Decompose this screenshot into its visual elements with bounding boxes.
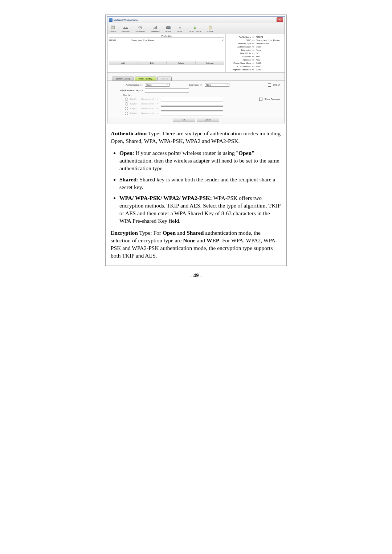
page-number: - 49 - [0, 272, 392, 279]
toolbar-about[interactable]: About [206, 24, 215, 33]
toolbar-advanced[interactable]: Advanced [134, 24, 147, 33]
svg-rect-8 [155, 27, 155, 29]
radio-icon [192, 25, 198, 30]
profile-status-icon: ✔ [219, 39, 224, 41]
svg-rect-2 [123, 28, 128, 29]
svg-rect-3 [124, 27, 124, 28]
toolbar-wps[interactable]: WPS [176, 24, 184, 33]
wep-key1-type[interactable]: Hexadecimal▼ [141, 98, 159, 100]
window-titlebar: Intelligent Wireless Utility ✕ [107, 16, 285, 23]
list-item: Open: If your access point/ wireless rou… [119, 149, 281, 172]
svg-rect-11 [167, 27, 170, 28]
wep-key-row: Key#1 Hexadecimal▼ Show Password [125, 97, 280, 101]
chevron-down-icon: ▼ [166, 84, 168, 86]
wep-key3-radio[interactable] [125, 107, 128, 110]
psk-label: WPA Preshared Key >> [112, 89, 143, 91]
toolbar-network[interactable]: Network [120, 24, 131, 33]
delete-button[interactable]: Delete [167, 61, 196, 65]
auth-type-list: Open: If your access point/ wireless rou… [111, 149, 281, 225]
wep-key2-input[interactable] [161, 102, 223, 106]
window-title: Intelligent Wireless Utility [114, 19, 138, 21]
wep-key-row: Key#3 Hexadecimal▼ [125, 106, 280, 111]
wep-key-row: Key#4 Hexadecimal▼ [125, 111, 280, 115]
toolbar-profile[interactable]: Profile [108, 24, 117, 33]
profile-details: Profile Name >>PROF1 SSID >>Cherry_test_… [226, 34, 285, 72]
auth-dropdown[interactable]: Open ▼ [145, 83, 170, 87]
8021x-checkbox[interactable] [268, 83, 271, 87]
tab-system-config[interactable]: System Config [112, 77, 134, 81]
ok-button[interactable]: OK [173, 118, 195, 122]
list-item: Shared: Shared key is when both the send… [119, 176, 281, 191]
8021x-check-label: 802.1X [273, 84, 280, 86]
profile-row[interactable]: PROF1 Cherry_test_11n_Router ✔ [109, 38, 224, 42]
wep-key4-radio[interactable] [125, 112, 128, 115]
tab-8021x[interactable]: 802.1x [157, 77, 172, 81]
svg-rect-14 [209, 26, 211, 29]
document-body: Authentication Type: There are six type … [111, 130, 281, 260]
svg-rect-0 [111, 26, 115, 29]
wmm-icon [166, 25, 171, 30]
profile-list-pane: Profile List PROF1 Cherry_test_11n_Route… [107, 34, 226, 72]
toolbar-statistics[interactable]: Statistics [150, 24, 161, 33]
about-icon [207, 25, 213, 30]
profile-icon [110, 25, 116, 30]
wep-key3-input[interactable] [161, 106, 223, 111]
auth-label: Authentication >> [112, 84, 143, 86]
enc-dropdown[interactable]: None ▼ [205, 83, 229, 87]
wep-key2-type[interactable]: Hexadecimal▼ [141, 103, 159, 105]
chevron-down-icon: ▼ [226, 84, 228, 86]
wps-icon [177, 25, 183, 30]
profile-ssid: Cherry_test_11n_Router [131, 39, 219, 41]
activate-button[interactable]: Activate [196, 61, 224, 65]
statistics-icon [152, 25, 158, 30]
wep-key4-type[interactable]: Hexadecimal▼ [141, 112, 159, 114]
wep-key3-type[interactable]: Hexadecimal▼ [141, 107, 159, 110]
svg-rect-4 [126, 27, 127, 28]
svg-rect-9 [156, 26, 156, 29]
paragraph-authentication: Authentication Type: There are six type … [111, 130, 281, 145]
wep-key2-radio[interactable] [125, 102, 128, 106]
profile-list-label: Profile List [109, 35, 224, 38]
svg-rect-1 [111, 26, 114, 27]
network-icon [123, 25, 128, 30]
wep-key1-radio[interactable] [125, 98, 128, 101]
app-screenshot: Intelligent Wireless Utility ✕ Profile N… [107, 16, 285, 123]
svg-point-6 [140, 27, 140, 28]
close-icon[interactable]: ✕ [277, 17, 283, 22]
wep-key4-input[interactable] [161, 111, 223, 115]
wep-label: Wep Key [123, 94, 280, 96]
main-toolbar: Profile Network Advanced Statistics [107, 23, 285, 34]
show-password-label: Show Password [265, 98, 280, 100]
profile-list[interactable]: PROF1 Cherry_test_11n_Router ✔ [109, 38, 224, 61]
enc-label: Encryption >> [183, 84, 203, 86]
cancel-button[interactable]: Cancel [197, 118, 219, 122]
tab-auth-encry[interactable]: Auth. \ Encry. [135, 77, 156, 81]
document-figure-frame: Intelligent Wireless Utility ✕ Profile N… [105, 15, 287, 266]
advanced-icon [137, 25, 143, 30]
profile-name: PROF1 [109, 39, 131, 41]
auth-panel: System Config Auth. \ Encry. 802.1x Auth… [107, 75, 285, 123]
list-item: WPA/ WPA-PSK/ WPA2/ WPA2-PSK: WPA-PSK of… [119, 194, 281, 225]
paragraph-encryption: Encryption Type: For Open and Shared aut… [111, 229, 281, 260]
toolbar-radio[interactable]: Radio On/Off [187, 24, 203, 33]
add-button[interactable]: Add [109, 61, 138, 65]
wep-key-row: Key#2 Hexadecimal▼ [125, 102, 280, 106]
app-icon [109, 18, 113, 22]
wep-key1-input[interactable] [161, 97, 223, 101]
show-password-checkbox[interactable] [259, 98, 262, 101]
svg-rect-7 [154, 28, 154, 29]
psk-input[interactable] [145, 88, 189, 93]
edit-button[interactable]: Edit [138, 61, 167, 65]
svg-point-12 [194, 27, 196, 29]
toolbar-wmm[interactable]: WMM [164, 24, 173, 33]
